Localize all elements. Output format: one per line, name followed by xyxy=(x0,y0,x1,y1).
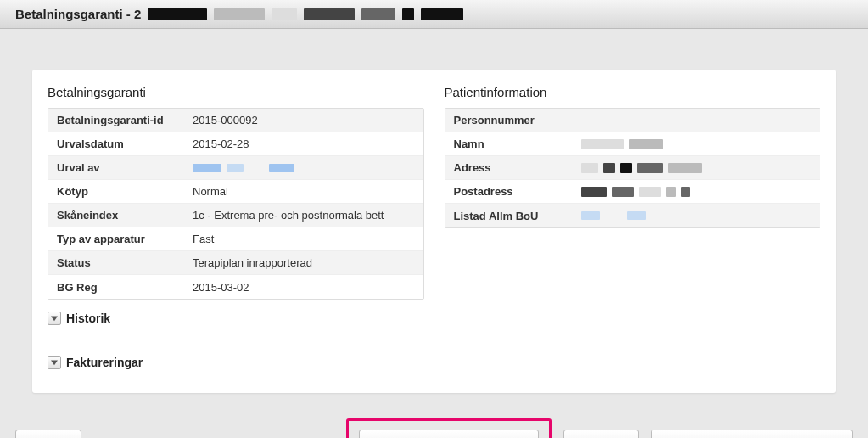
redacted-block xyxy=(361,8,395,20)
guarantee-table: Betalningsgaranti-id 2015-000092 Urvalsd… xyxy=(48,108,424,300)
triangle-down-icon xyxy=(48,356,61,369)
row-label: Status xyxy=(48,252,184,273)
redacted-block xyxy=(581,211,600,220)
redacted-block xyxy=(581,163,598,173)
row-label: Namn xyxy=(445,133,573,154)
redacted-block xyxy=(272,8,297,20)
table-row: Namn xyxy=(445,132,820,156)
row-value xyxy=(573,116,820,125)
svg-marker-1 xyxy=(51,361,58,366)
row-value: 2015-000092 xyxy=(184,110,423,131)
invoicing-label: Faktureringar xyxy=(66,356,143,369)
redacted-block xyxy=(421,8,463,20)
redacted-block xyxy=(402,8,414,20)
triangle-down-icon xyxy=(48,312,61,325)
redacted-block xyxy=(629,139,663,149)
row-value: Normal xyxy=(184,181,423,202)
redacted-block xyxy=(304,8,355,20)
table-row: Skåneindex 1c - Extrema pre- och postnor… xyxy=(48,204,423,227)
row-label: Listad Allm BoU xyxy=(445,205,573,227)
highlight-frame: Inrapportera behandling start xyxy=(346,418,551,438)
table-row: Listad Allm BoU xyxy=(445,204,820,227)
invoicing-expander[interactable]: Faktureringar xyxy=(48,356,424,369)
redacted-block xyxy=(148,8,207,20)
redacted-block xyxy=(214,8,265,20)
row-label: Personnummer xyxy=(445,110,573,131)
redacted-block xyxy=(627,211,646,220)
back-button[interactable]: Tillbaka xyxy=(15,430,81,438)
row-value xyxy=(184,160,423,177)
content-area: Betalningsgaranti Betalningsgaranti-id 2… xyxy=(0,29,868,408)
row-value: 2015-02-28 xyxy=(184,133,423,154)
invoice-button[interactable]: Fakturera xyxy=(563,430,639,438)
row-label: Kötyp xyxy=(48,181,184,202)
table-row: Adress xyxy=(445,156,820,180)
row-value: Terapiplan inrapporterad xyxy=(184,252,423,273)
svg-marker-0 xyxy=(51,317,58,322)
redacted-block xyxy=(193,164,221,172)
redacted-block xyxy=(637,163,663,173)
title-prefix: Betalningsgaranti - 2 xyxy=(15,7,141,21)
report-treatment-abort-button[interactable]: Inrapportera behandling avbruten xyxy=(651,430,853,438)
redacted-block xyxy=(581,139,624,149)
row-value: 2015-03-02 xyxy=(184,277,423,298)
row-label: Betalningsgaranti-id xyxy=(48,110,184,131)
title-bar: Betalningsgaranti - 2 xyxy=(0,0,868,29)
report-treatment-start-button[interactable]: Inrapportera behandling start xyxy=(359,430,538,438)
row-label: Typ av apparatur xyxy=(48,228,184,250)
row-value xyxy=(573,207,820,224)
history-label: Historik xyxy=(66,312,110,325)
table-row: Kötyp Normal xyxy=(48,180,423,204)
table-row: Typ av apparatur Fast xyxy=(48,227,423,251)
table-row: BG Reg 2015-03-02 xyxy=(48,275,423,299)
row-label: Urval av xyxy=(48,157,184,178)
redacted-block xyxy=(269,164,294,172)
table-row: Betalningsgaranti-id 2015-000092 xyxy=(48,109,423,132)
patient-table: Personnummer Namn Adress xyxy=(445,108,821,228)
redacted-block xyxy=(227,164,244,172)
row-value: Fast xyxy=(184,228,423,250)
table-row: Postadress xyxy=(445,180,820,204)
patient-column: Patientinformation Personnummer Namn xyxy=(445,85,821,369)
redacted-block xyxy=(666,187,676,197)
patient-title: Patientinformation xyxy=(445,85,821,99)
main-card: Betalningsgaranti Betalningsgaranti-id 2… xyxy=(32,70,836,393)
guarantee-title: Betalningsgaranti xyxy=(48,85,424,99)
row-value xyxy=(573,159,820,177)
redacted-block xyxy=(668,163,702,173)
redacted-block xyxy=(612,187,634,197)
row-label: BG Reg xyxy=(48,277,184,298)
row-value: 1c - Extrema pre- och postnormala bett xyxy=(184,205,423,226)
row-label: Urvalsdatum xyxy=(48,133,184,154)
row-value xyxy=(573,182,820,201)
button-bar: Tillbaka Inrapportera behandling start F… xyxy=(0,408,868,438)
redacted-block xyxy=(620,163,632,173)
table-row: Urval av xyxy=(48,156,423,180)
table-row: Status Terapiplan inrapporterad xyxy=(48,251,423,275)
row-label: Adress xyxy=(445,157,573,178)
row-value xyxy=(573,135,820,154)
row-label: Postadress xyxy=(445,181,573,202)
row-label: Skåneindex xyxy=(48,205,184,226)
redacted-block xyxy=(581,187,607,197)
redacted-block xyxy=(639,187,661,197)
table-row: Urvalsdatum 2015-02-28 xyxy=(48,132,423,156)
history-expander[interactable]: Historik xyxy=(48,312,424,325)
redacted-block xyxy=(681,187,690,197)
redacted-block xyxy=(603,163,615,173)
guarantee-column: Betalningsgaranti Betalningsgaranti-id 2… xyxy=(48,85,424,369)
table-row: Personnummer xyxy=(445,109,820,132)
